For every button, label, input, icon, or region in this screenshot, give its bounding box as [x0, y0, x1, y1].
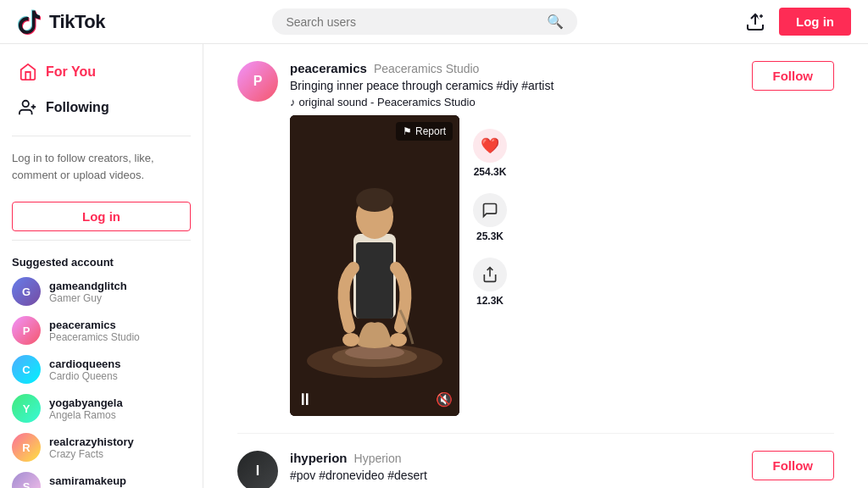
suggested-account-item[interactable]: P peaceramics Peaceramics Studio [0, 311, 203, 350]
svg-point-2 [23, 101, 29, 107]
feed-item-2: I ihyperion Hyperion #pov #dronevideo #d… [237, 434, 834, 488]
feed-item-2-avatar-area: I [237, 451, 278, 488]
suggested-display-name: Crazy Facts [49, 448, 134, 460]
search-input[interactable] [286, 15, 540, 29]
suggested-username: gameandglitch [49, 280, 127, 292]
avatar[interactable]: P [237, 61, 278, 102]
sidebar-item-for-you-label: For You [46, 64, 96, 80]
sidebar-divider [12, 136, 191, 136]
suggested-username: cardioqueens [49, 358, 121, 370]
music-icon: ♪ [290, 96, 296, 108]
feed-item: P peaceramics Peaceramics Studio Bringin… [237, 44, 834, 434]
like-action: ❤️ 254.3K [473, 129, 507, 178]
suggested-info: peaceramics Peaceramics Studio [49, 319, 140, 343]
feed-displayname-2: Hyperion [354, 452, 402, 465]
sidebar-item-for-you[interactable]: For You [7, 54, 196, 90]
header-right: Log in [745, 8, 851, 36]
share-button[interactable] [473, 258, 507, 291]
suggested-info: samiramakeup Makeup by Samira [49, 474, 134, 489]
follow-button-1[interactable]: Follow [752, 61, 835, 91]
suggested-username: peaceramics [49, 319, 140, 331]
avatar: P [12, 316, 41, 345]
follow-button-2[interactable]: Follow [752, 451, 835, 480]
like-count: 254.3K [474, 166, 507, 178]
avatar: R [12, 433, 41, 462]
suggested-info: realcrazyhistory Crazy Facts [49, 435, 134, 460]
sidebar-login-button[interactable]: Log in [12, 202, 191, 231]
login-button[interactable]: Log in [779, 8, 851, 36]
svg-point-15 [390, 333, 407, 347]
feed-username-2[interactable]: ihyperion [290, 451, 348, 465]
logo-text: TikTok [49, 11, 105, 33]
home-icon [19, 63, 37, 81]
mute-button[interactable]: 🔇 [436, 391, 453, 408]
sidebar-item-following-label: Following [46, 100, 109, 115]
suggested-account-item[interactable]: Y yogabyangela Angela Ramos [0, 389, 203, 428]
header: TikTok 🔍 Log in [0, 0, 868, 44]
video-actions: ❤️ 254.3K 25.3K [473, 115, 507, 307]
feed-username[interactable]: peaceramics [290, 61, 367, 75]
search-bar[interactable]: 🔍 [272, 8, 577, 35]
share-action: 12.3K [473, 258, 507, 307]
comment-count: 25.3K [476, 230, 504, 242]
suggested-username: yogabyangela [49, 396, 123, 409]
sidebar-divider-2 [12, 240, 191, 241]
content-area: P peaceramics Peaceramics Studio Bringin… [203, 44, 868, 488]
suggested-label: Suggested account [0, 247, 203, 272]
logo-area: TikTok [17, 8, 105, 36]
share-count: 12.3K [476, 295, 504, 307]
flag-icon: ⚑ [403, 125, 412, 137]
feed-displayname: Peaceramics Studio [374, 62, 480, 75]
upload-icon[interactable] [745, 12, 765, 32]
suggested-username: samiramakeup [49, 474, 134, 487]
suggested-account-item[interactable]: S samiramakeup Makeup by Samira [0, 467, 203, 488]
svg-rect-11 [356, 242, 393, 319]
video-controls: ⏸ 🔇 [297, 390, 453, 409]
login-prompt: Log in to follow creators, like, comment… [0, 143, 203, 193]
sidebar: For You Following Log in to follow creat… [0, 44, 203, 488]
video-thumbnail[interactable]: ⚑ Report ⏸ 🔇 [290, 115, 459, 416]
comment-action: 25.3K [473, 193, 507, 242]
video-container: ⚑ Report ⏸ 🔇 ❤️ 254.3K [290, 115, 834, 416]
following-icon [19, 98, 37, 117]
suggested-account-item[interactable]: R realcrazyhistory Crazy Facts [0, 428, 203, 467]
suggested-accounts-list: G gameandglitch Gamer Guy P peaceramics … [0, 272, 203, 488]
suggested-account-item[interactable]: C cardioqueens Cardio Queens [0, 350, 203, 389]
svg-point-13 [356, 188, 393, 212]
avatar[interactable]: I [237, 451, 278, 488]
comment-button[interactable] [473, 193, 507, 227]
like-button[interactable]: ❤️ [473, 129, 507, 163]
suggested-info: cardioqueens Cardio Queens [49, 358, 121, 382]
feed-item-avatar-area: P [237, 61, 278, 416]
feed-item-content: peaceramics Peaceramics Studio Bringing … [290, 61, 834, 416]
suggested-info: yogabyangela Angela Ramos [49, 396, 123, 421]
suggested-display-name: Angela Ramos [49, 409, 123, 421]
report-button[interactable]: ⚑ Report [396, 122, 453, 141]
avatar: S [12, 472, 41, 488]
suggested-display-name: Gamer Guy [49, 292, 127, 304]
main-layout: For You Following Log in to follow creat… [0, 44, 868, 488]
suggested-account-item[interactable]: G gameandglitch Gamer Guy [0, 272, 203, 311]
svg-point-14 [342, 333, 359, 347]
avatar: C [12, 355, 41, 384]
suggested-display-name: Cardio Queens [49, 370, 121, 382]
avatar: G [12, 277, 41, 306]
feed-sound: ♪ original sound - Peaceramics Studio [290, 96, 834, 108]
sidebar-nav: For You Following [0, 51, 203, 129]
search-icon: 🔍 [547, 14, 564, 30]
suggested-info: gameandglitch Gamer Guy [49, 280, 127, 304]
pause-button[interactable]: ⏸ [297, 390, 314, 409]
tiktok-logo-icon [17, 8, 44, 36]
suggested-display-name: Peaceramics Studio [49, 331, 140, 343]
avatar: Y [12, 394, 41, 423]
suggested-username: realcrazyhistory [49, 435, 134, 448]
sidebar-item-following[interactable]: Following [7, 90, 196, 125]
